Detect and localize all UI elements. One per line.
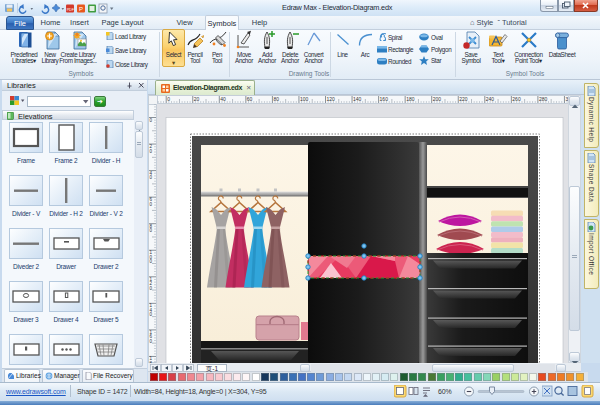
svg-text:260: 260 [512,96,521,102]
svg-text:280: 280 [539,96,548,102]
svg-text:200: 200 [433,96,442,102]
svg-text:180: 180 [406,96,415,102]
svg-text:0: 0 [150,175,153,180]
svg-text:0: 0 [150,118,153,123]
svg-text:160: 160 [380,96,389,102]
svg-text:0: 0 [150,202,153,207]
svg-text:P: P [79,6,83,12]
svg-text:40: 40 [220,96,226,102]
svg-text:20: 20 [194,96,200,102]
svg-text:0: 0 [167,96,170,102]
svg-text:120: 120 [327,96,336,102]
svg-text:140: 140 [353,96,362,102]
svg-text:220: 220 [459,96,468,102]
svg-text:240: 240 [486,96,495,102]
svg-text:60: 60 [247,96,253,102]
svg-text:100: 100 [300,96,309,102]
svg-text:PDF: PDF [67,8,75,12]
svg-text:0: 0 [150,228,153,233]
svg-text:0: 0 [150,149,153,154]
svg-text:80: 80 [273,96,279,102]
